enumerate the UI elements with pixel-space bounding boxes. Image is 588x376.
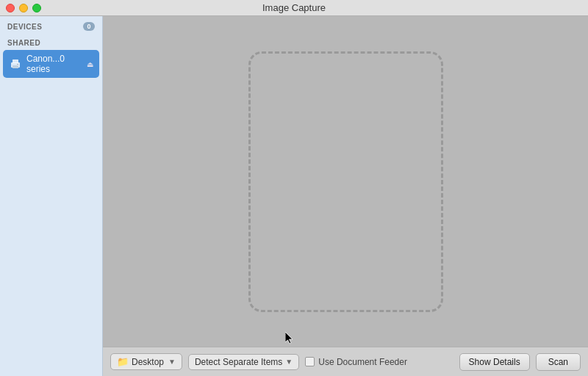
traffic-lights (6, 4, 41, 12)
folder-button[interactable]: 📁 Desktop ▼ (110, 353, 182, 370)
scan-boundary-rect (248, 51, 443, 312)
titlebar: Image Capture (0, 0, 588, 16)
svg-rect-2 (12, 65, 18, 68)
scan-label: Scan (548, 357, 568, 367)
folder-label: Desktop (132, 357, 164, 367)
show-details-button[interactable]: Show Details (459, 353, 530, 371)
doc-feeder-label: Use Document Feeder (318, 357, 407, 367)
show-details-label: Show Details (469, 357, 520, 367)
detect-chevron-icon: ▼ (285, 358, 293, 366)
printer-icon (9, 57, 22, 70)
svg-rect-3 (17, 64, 18, 65)
canon-device-label: Canon...0 series (26, 54, 82, 74)
shared-label: SHARED (7, 39, 40, 47)
close-button[interactable] (6, 4, 15, 12)
mouse-cursor (285, 332, 295, 345)
devices-section-header: DEVICES 0 (0, 16, 102, 33)
folder-icon: 📁 (117, 356, 129, 367)
svg-rect-1 (12, 59, 18, 63)
minimize-button[interactable] (19, 4, 28, 12)
folder-chevron-icon: ▼ (168, 358, 176, 366)
scan-canvas (103, 16, 588, 347)
window-title: Image Capture (262, 2, 326, 13)
sidebar: DEVICES 0 SHARED Canon...0 series ⏏ (0, 16, 103, 376)
bottom-toolbar: 📁 Desktop ▼ Detect Separate Items ▼ Use … (103, 347, 588, 376)
maximize-button[interactable] (32, 4, 41, 12)
detect-items-label: Detect Separate Items (195, 357, 282, 367)
main-content: DEVICES 0 SHARED Canon...0 series ⏏ (0, 16, 588, 376)
detect-items-dropdown[interactable]: Detect Separate Items ▼ (188, 354, 299, 370)
scan-area: 📁 Desktop ▼ Detect Separate Items ▼ Use … (103, 16, 588, 376)
scan-button[interactable]: Scan (536, 353, 581, 371)
doc-feeder-checkbox[interactable] (305, 357, 315, 366)
sidebar-item-canon[interactable]: Canon...0 series ⏏ (3, 50, 99, 78)
shared-section-header: SHARED (0, 33, 102, 49)
devices-count-badge: 0 (83, 22, 95, 31)
eject-icon: ⏏ (87, 60, 93, 68)
doc-feeder-option: Use Document Feeder (305, 357, 407, 367)
devices-label: DEVICES (7, 23, 42, 31)
